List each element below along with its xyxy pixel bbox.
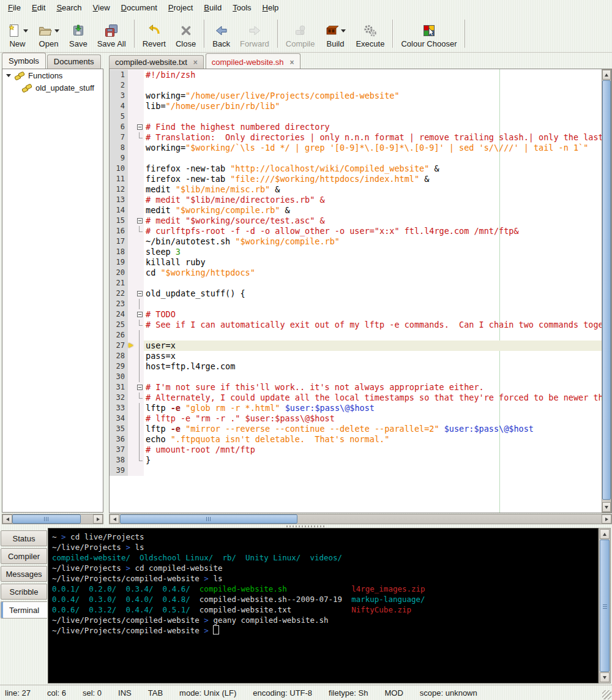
fold-margin[interactable] — [135, 288, 144, 299]
tab-symbols[interactable]: Symbols — [2, 53, 46, 69]
code-line[interactable]: 39 — [110, 465, 602, 476]
code-line[interactable]: 11firefox -new-tab "file:///$working/htt… — [110, 174, 602, 184]
code-line[interactable]: 26 — [110, 330, 602, 341]
fold-margin[interactable] — [135, 445, 144, 455]
code-line[interactable]: 6# Find the highest numbered directory — [110, 122, 602, 132]
fold-margin[interactable] — [135, 257, 144, 268]
editor-vertical-scrollbar[interactable] — [602, 69, 611, 513]
tab-close-icon[interactable]: × — [193, 59, 198, 66]
panel-tab-status[interactable]: Status — [1, 530, 47, 546]
fold-margin[interactable] — [135, 111, 144, 122]
fold-margin[interactable] — [135, 101, 144, 111]
fold-margin[interactable] — [135, 91, 144, 101]
fold-margin[interactable] — [135, 278, 144, 288]
fold-margin[interactable] — [135, 403, 144, 413]
code-line[interactable]: 1#!/bin/zsh — [110, 70, 602, 80]
code-line[interactable]: 38} — [110, 455, 602, 465]
panel-tab-compiler[interactable]: Compiler — [1, 548, 47, 564]
code-line[interactable]: 35lftp -e "mirror --reverse --continue -… — [110, 424, 602, 434]
code-line[interactable]: 27user=x — [110, 341, 602, 351]
fold-margin[interactable] — [135, 122, 144, 132]
scroll-left-button[interactable] — [110, 514, 119, 524]
code-line[interactable]: 14medit "$working/compile.rb" & — [110, 205, 602, 216]
fold-margin[interactable] — [135, 80, 144, 91]
menu-search[interactable]: Search — [51, 1, 87, 14]
tab-close-icon[interactable]: × — [290, 59, 294, 66]
fold-margin[interactable] — [135, 247, 144, 257]
code-line[interactable]: 36echo ".ftpquota isn't deletable. That'… — [110, 434, 602, 445]
code-line[interactable]: 7# Translation: Only directories | only … — [110, 132, 602, 143]
fold-margin[interactable] — [135, 351, 144, 361]
fold-margin[interactable] — [135, 216, 144, 226]
fold-margin[interactable] — [135, 236, 144, 247]
panel-tab-messages[interactable]: Messages — [1, 566, 47, 582]
fold-margin[interactable] — [135, 143, 144, 153]
code-line[interactable]: 19killall ruby — [110, 257, 602, 268]
terminal-vertical-scrollbar[interactable] — [599, 528, 611, 683]
fold-margin[interactable] — [135, 174, 144, 184]
editor-horizontal-scrollbar[interactable] — [109, 514, 612, 524]
editor-tab-compiled-website.txt[interactable]: compiled-website.txt× — [109, 55, 204, 69]
chevron-down-icon[interactable] — [54, 29, 59, 32]
code-line[interactable]: 17~/bin/autotest.sh "$working/compile.rb… — [110, 236, 602, 247]
save-all-button[interactable]: Save All — [92, 18, 131, 50]
close-button[interactable]: Close — [171, 18, 201, 50]
tree-item-functions[interactable]: Functions — [2, 69, 103, 81]
code-line[interactable]: 8working="$working/`\ls -1d */ | grep '[… — [110, 143, 602, 153]
code-line[interactable]: 5 — [110, 111, 602, 122]
code-line[interactable]: 15# medit "$working/source/test.asc" & — [110, 216, 602, 226]
code-line[interactable]: 24# TODO — [110, 309, 602, 320]
revert-button[interactable]: Revert — [138, 18, 171, 50]
fold-collapse-icon[interactable] — [137, 124, 143, 130]
panel-tab-terminal[interactable]: Terminal — [1, 601, 47, 619]
menu-document[interactable]: Document — [116, 1, 163, 14]
back-button[interactable]: Back — [207, 18, 235, 50]
fold-margin[interactable] — [135, 184, 144, 195]
colour-chooser-button[interactable]: Colour Chooser — [396, 18, 461, 50]
fold-margin[interactable] — [135, 320, 144, 330]
scrollbar-thumb[interactable] — [602, 80, 611, 500]
code-line[interactable]: 22old_update_stuff() { — [110, 288, 602, 299]
fold-margin[interactable] — [135, 330, 144, 341]
fold-margin[interactable] — [135, 413, 144, 424]
code-line[interactable]: 12medit "$lib/mine/misc.rb" & — [110, 184, 602, 195]
scrollbar-thumb[interactable] — [120, 514, 297, 524]
code-line[interactable]: 30 — [110, 372, 602, 382]
fold-collapse-icon[interactable] — [137, 385, 143, 390]
terminal-output[interactable]: ~ > cd live/Projects~/live/Projects > ls… — [48, 528, 599, 683]
new-document-button[interactable]: New — [2, 18, 33, 50]
code-line[interactable]: 16# curlftpfs-root -f -d -o allow_other … — [110, 226, 602, 236]
code-line[interactable]: 9 — [110, 153, 602, 164]
scroll-down-button[interactable] — [602, 502, 611, 512]
menu-help[interactable]: Help — [257, 1, 285, 14]
tree-item-old_update_stuff[interactable]: old_update_stuff — [2, 81, 103, 94]
fold-margin[interactable] — [135, 299, 144, 309]
scroll-up-button[interactable] — [600, 529, 610, 539]
fold-margin[interactable] — [135, 164, 144, 174]
code-line[interactable]: 37# umount-root /mnt/ftp — [110, 445, 602, 455]
resize-grip-icon[interactable] — [602, 690, 611, 699]
menu-edit[interactable]: Edit — [26, 1, 51, 14]
fold-margin[interactable] — [135, 70, 144, 80]
scroll-down-button[interactable] — [600, 672, 610, 682]
menu-view[interactable]: View — [88, 1, 116, 14]
code-line[interactable]: 18sleep 3 — [110, 247, 602, 257]
code-line[interactable]: 23 — [110, 299, 602, 309]
menu-file[interactable]: File — [2, 1, 26, 14]
scroll-right-button[interactable] — [602, 514, 611, 524]
code-editor[interactable]: 1#!/bin/zsh23working="/home/user/live/Pr… — [109, 69, 612, 513]
fold-margin[interactable] — [135, 205, 144, 216]
fold-margin[interactable] — [135, 393, 144, 403]
code-line[interactable]: 25# See if I can automatically exit out … — [110, 320, 602, 330]
code-line[interactable]: 33lftp -e "glob rm -r *.html" $user:$pas… — [110, 403, 602, 413]
fold-margin[interactable] — [135, 455, 144, 465]
fold-margin[interactable] — [135, 341, 144, 351]
code-line[interactable]: 28pass=x — [110, 351, 602, 361]
fold-margin[interactable] — [135, 226, 144, 236]
scroll-up-button[interactable] — [602, 70, 611, 80]
scrollbar-thumb[interactable] — [600, 540, 610, 672]
save-button[interactable]: Save — [64, 18, 92, 50]
code-line[interactable]: 32# Alternately, I could update all the … — [110, 393, 602, 403]
code-line[interactable]: 20cd "$working/httpdocs" — [110, 268, 602, 278]
fold-margin[interactable] — [135, 309, 144, 320]
